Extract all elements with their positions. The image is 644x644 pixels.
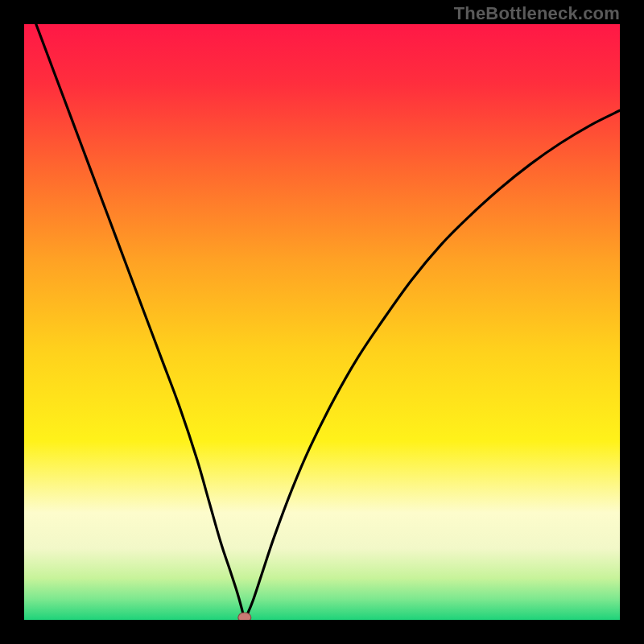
plot-area — [24, 24, 620, 620]
minimum-marker — [238, 613, 251, 620]
watermark-label: TheBottleneck.com — [454, 3, 620, 24]
bottleneck-chart — [24, 24, 620, 620]
chart-frame: TheBottleneck.com — [0, 0, 644, 644]
gradient-background — [24, 24, 620, 620]
